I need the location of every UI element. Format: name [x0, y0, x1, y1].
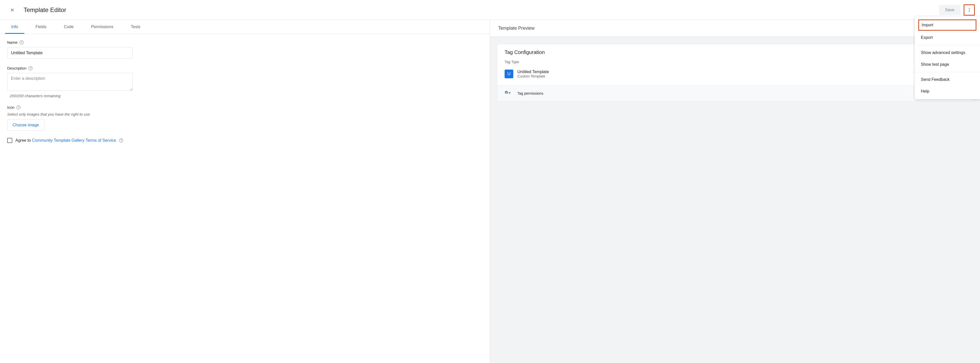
name-input[interactable]: [7, 47, 133, 59]
choose-image-button[interactable]: Choose image: [7, 119, 44, 131]
right-panel: Template Preview Tag Configuration Tag T…: [490, 20, 980, 363]
help-icon[interactable]: ?: [119, 138, 123, 143]
page-title: Template Editor: [24, 6, 66, 14]
description-group: Description ? 200/200 characters remaini…: [7, 66, 482, 98]
svg-point-1: [969, 10, 969, 10]
menu-test-page[interactable]: Show test page: [915, 59, 980, 70]
tab-tests[interactable]: Tests: [122, 20, 149, 34]
svg-point-2: [969, 11, 969, 12]
menu-feedback[interactable]: Send Feedback: [915, 74, 980, 86]
tabs: Info Fields Code Permissions Tests: [0, 20, 490, 34]
description-label: Description: [7, 66, 26, 70]
more-options-menu: Import Export Show advanced settings Sho…: [915, 16, 980, 99]
agree-prefix: Agree to: [15, 138, 32, 143]
tab-permissions[interactable]: Permissions: [83, 20, 122, 34]
agree-row: Agree to Community Template Gallery Term…: [7, 138, 482, 143]
close-button[interactable]: [7, 5, 18, 15]
name-label: Name: [7, 40, 18, 44]
more-vert-icon: [967, 8, 972, 13]
more-options-button[interactable]: [964, 4, 975, 16]
menu-import[interactable]: Import: [918, 19, 977, 31]
tab-fields[interactable]: Fields: [27, 20, 55, 34]
template-badge: U: [504, 70, 513, 78]
tab-code[interactable]: Code: [55, 20, 82, 34]
preview-title: Template Preview: [490, 20, 980, 37]
svg-point-0: [969, 8, 969, 9]
menu-export[interactable]: Export: [915, 32, 980, 43]
key-icon: [504, 90, 511, 97]
save-button[interactable]: Save: [939, 5, 961, 15]
icon-helper: Select only images that you have the rig…: [7, 112, 482, 116]
preview-card: Tag Configuration Tag Type U Untitled Te…: [497, 44, 973, 101]
tag-permissions-label: Tag permissions: [517, 91, 543, 95]
help-icon[interactable]: ?: [19, 40, 24, 44]
template-name: Untitled Template: [517, 70, 549, 74]
menu-help[interactable]: Help: [915, 86, 980, 97]
tag-config-title: Tag Configuration: [504, 49, 966, 55]
tos-link[interactable]: Community Template Gallery Terms of Serv…: [32, 138, 116, 143]
agree-checkbox[interactable]: [7, 138, 12, 143]
close-icon: [10, 8, 15, 13]
divider: [915, 72, 980, 72]
icon-label: Icon: [7, 105, 14, 109]
tab-info[interactable]: Info: [3, 20, 27, 34]
tag-type-label: Tag Type: [504, 60, 966, 64]
header: Template Editor Save: [0, 0, 980, 20]
template-subtitle: Custom Template: [517, 74, 549, 78]
icon-group: Icon ? Select only images that you have …: [7, 105, 482, 131]
description-helper: 200/200 characters remaining: [10, 94, 482, 98]
tag-permissions-row[interactable]: Tag permissions: [498, 86, 972, 101]
description-input[interactable]: [7, 73, 133, 91]
left-panel: Info Fields Code Permissions Tests Name …: [0, 20, 490, 363]
name-group: Name ?: [7, 40, 482, 59]
main: Info Fields Code Permissions Tests Name …: [0, 20, 980, 363]
info-form: Name ? Description ? 200/200 characters …: [0, 34, 490, 149]
help-icon[interactable]: ?: [16, 105, 21, 109]
template-row[interactable]: U Untitled Template Custom Template: [504, 68, 966, 83]
help-icon[interactable]: ?: [29, 66, 32, 70]
divider: [915, 45, 980, 45]
menu-advanced[interactable]: Show advanced settings: [915, 47, 980, 59]
